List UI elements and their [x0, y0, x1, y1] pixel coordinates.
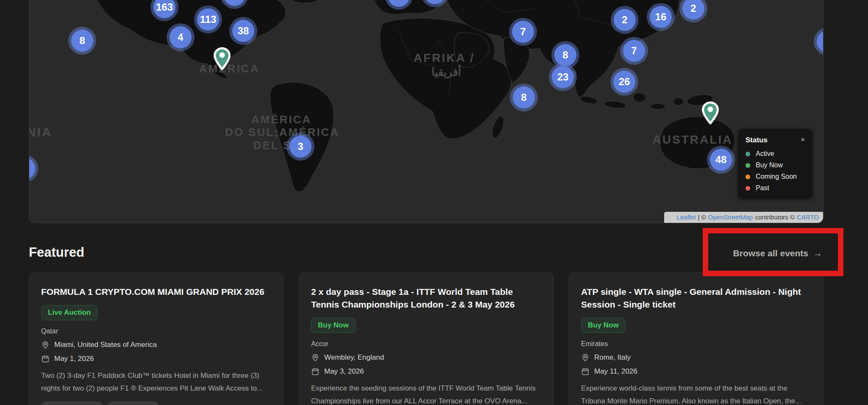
status-dot-buy-now	[746, 163, 750, 168]
map-cluster-marker[interactable]: 3	[287, 133, 314, 161]
status-badge: Live Auction	[41, 305, 97, 320]
calendar-icon	[311, 367, 320, 376]
legend-title: Status	[746, 136, 768, 144]
event-date-row: May 1, 2026	[41, 355, 271, 363]
map-cluster-marker[interactable]: 4	[167, 23, 195, 51]
map-cluster-marker[interactable]: 23	[549, 63, 577, 91]
map-label-australia: AUSTRALIA	[653, 133, 733, 147]
map-label-nia: NIA	[29, 125, 52, 139]
legend-item-active: Active	[746, 150, 805, 158]
map-cluster-marker[interactable]: 7	[620, 37, 648, 65]
legend-item-buy-now: Buy Now	[746, 161, 805, 169]
map-cluster-marker[interactable]: 7	[509, 18, 537, 46]
status-badge: Buy Now	[581, 318, 626, 333]
event-pin-marker[interactable]	[212, 47, 232, 71]
arrow-right-icon: →	[813, 248, 822, 258]
event-location-row: Wembley, England	[311, 353, 541, 362]
event-location-row: Miami, United States of America	[41, 341, 271, 349]
location-pin-icon	[581, 353, 590, 362]
world-map[interactable]: NIA AMERICA AFRIKA / أفريقيا AMÉRICA DO …	[29, 0, 823, 223]
map-cluster-marker[interactable]: 8	[510, 83, 538, 111]
map-cluster-marker[interactable]: 26	[610, 68, 638, 96]
tag-sports[interactable]: 🏆 Sports	[108, 401, 158, 405]
event-card[interactable]: ATP single - WTA single - General Admiss…	[569, 272, 823, 405]
openstreetmap-link[interactable]: OpenStreetMap	[708, 214, 753, 221]
map-cluster-marker[interactable]: 2	[611, 6, 639, 34]
map-label-afrika: AFRIKA /	[414, 51, 475, 65]
event-tags: 🏎️ Formula 1 🏆 Sports	[41, 401, 271, 405]
calendar-icon	[581, 367, 590, 376]
leaflet-link[interactable]: Leaflet	[676, 214, 696, 221]
status-dot-coming-soon	[746, 175, 750, 179]
browse-all-events-link[interactable]: Browse all events →	[733, 248, 822, 258]
event-date-row: May 3, 2026	[311, 367, 541, 376]
map-attribution: Leaflet | © OpenStreetMap contributors ©…	[664, 212, 823, 223]
map-cluster-marker[interactable]: 38	[229, 17, 257, 45]
carto-link[interactable]: CARTO	[797, 214, 819, 221]
status-dot-past	[746, 186, 750, 191]
status-legend: Status × Active Buy Now Coming Soon Past	[738, 129, 812, 199]
ukraine-flag-icon	[668, 215, 674, 219]
status-dot-active	[746, 152, 750, 156]
legend-item-coming-soon: Coming Soon	[746, 173, 805, 180]
map-label-america-do-sul-1: AMÉRICA	[251, 113, 312, 126]
event-description: Two (2) 3-day F1 Paddock Club™ tickets H…	[41, 369, 271, 395]
legend-item-past: Past	[746, 184, 805, 192]
event-card[interactable]: 2 x day pass - Stage 1a - ITTF World Tea…	[299, 272, 554, 405]
map-label-america-do-sul-2: DO SUL;AMÉRICA	[225, 126, 339, 139]
featured-cards-row: FORMULA 1 CRYPTO.COM MIAMI GRAND PRIX 20…	[29, 272, 823, 405]
event-title: ATP single - WTA single - General Admiss…	[581, 286, 811, 311]
map-cluster-marker[interactable]: 48	[707, 146, 735, 174]
event-organizer: Qatar	[41, 327, 271, 335]
event-organizer: Emirates	[581, 340, 811, 348]
map-cluster-marker[interactable]: 8	[68, 27, 96, 55]
location-pin-icon	[41, 341, 50, 349]
event-card[interactable]: FORMULA 1 CRYPTO.COM MIAMI GRAND PRIX 20…	[29, 272, 284, 405]
map-label-afrika-arabic: أفريقيا	[431, 66, 461, 79]
featured-heading: Featured	[29, 245, 84, 260]
calendar-icon	[41, 355, 50, 363]
event-title: 2 x day pass - Stage 1a - ITTF World Tea…	[311, 286, 541, 311]
status-badge: Buy Now	[311, 318, 356, 333]
event-description: Experience world-class tennis from some …	[581, 382, 811, 405]
map-cluster-marker[interactable]: 16	[647, 3, 675, 31]
event-description: Experience the seeding sessions of the I…	[311, 382, 541, 405]
legend-close-icon[interactable]: ×	[801, 136, 805, 143]
event-location-row: Rome, Italy	[581, 353, 811, 362]
map-cluster-marker[interactable]: 113	[194, 6, 222, 33]
event-pin-marker[interactable]	[701, 101, 720, 125]
event-date-row: May 11, 2026	[581, 367, 811, 376]
location-pin-icon	[311, 353, 320, 362]
event-title: FORMULA 1 CRYPTO.COM MIAMI GRAND PRIX 20…	[41, 286, 271, 298]
tag-formula-1[interactable]: 🏎️ Formula 1	[41, 401, 103, 405]
event-organizer: Accor	[311, 340, 541, 348]
map-label-america-do-sul-3: DEL S	[253, 139, 292, 152]
